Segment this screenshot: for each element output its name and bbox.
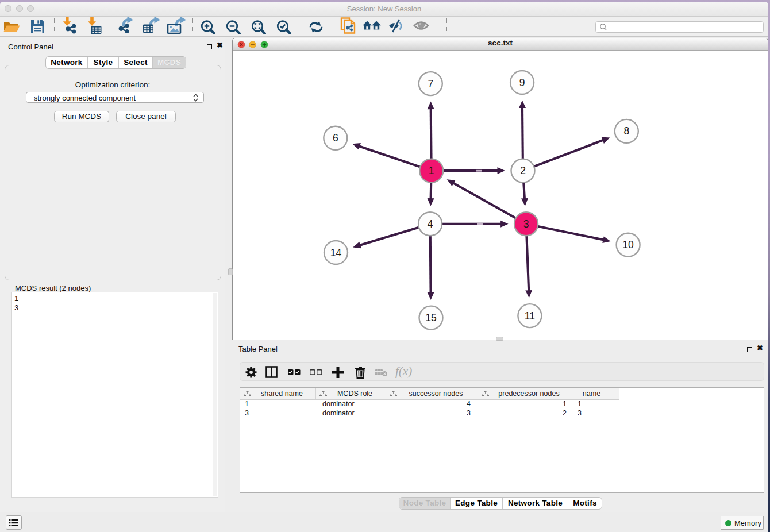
svg-text:15: 15	[425, 312, 436, 323]
svg-text:3: 3	[523, 218, 529, 230]
svg-text:1: 1	[429, 165, 434, 176]
svg-text:8: 8	[623, 125, 629, 137]
svg-text:11: 11	[525, 310, 535, 322]
svg-text:9: 9	[519, 77, 525, 88]
svg-text:10: 10	[622, 239, 634, 250]
svg-text:4: 4	[428, 218, 433, 230]
svg-text:14: 14	[330, 247, 342, 259]
svg-text:7: 7	[428, 78, 433, 90]
svg-text:6: 6	[333, 132, 338, 144]
svg-text:2: 2	[520, 165, 526, 176]
